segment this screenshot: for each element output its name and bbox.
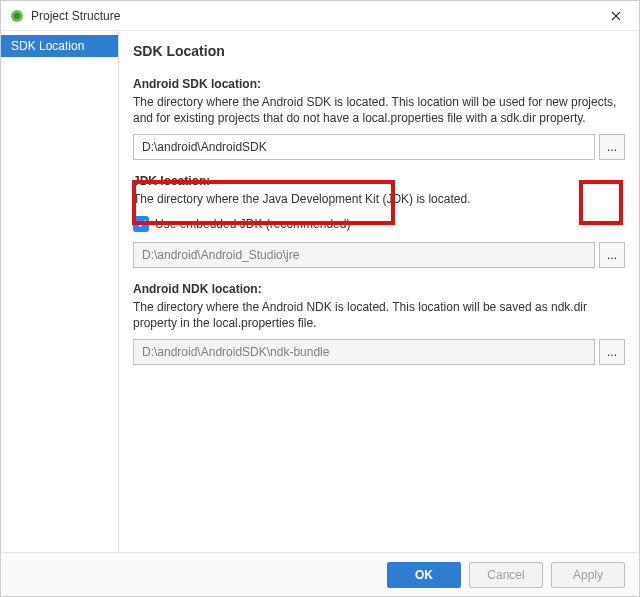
checkbox-checked-icon <box>133 216 149 232</box>
jdk-embedded-checkbox-row[interactable]: Use embedded JDK (recommended) <box>133 216 625 232</box>
jdk-section-title: JDK location: <box>133 174 625 188</box>
sidebar: SDK Location <box>1 31 119 552</box>
sidebar-item-sdk-location[interactable]: SDK Location <box>1 35 118 57</box>
app-icon <box>9 8 25 24</box>
sidebar-item-label: SDK Location <box>11 39 84 53</box>
content-pane: SDK Location Android SDK location: The d… <box>119 31 639 552</box>
ndk-path-row: ... <box>133 339 625 365</box>
jdk-path-row: ... <box>133 242 625 268</box>
sdk-browse-button[interactable]: ... <box>599 134 625 160</box>
dialog-window: Project Structure SDK Location SDK Locat… <box>0 0 640 597</box>
ndk-section-title: Android NDK location: <box>133 282 625 296</box>
ok-button[interactable]: OK <box>387 562 461 588</box>
jdk-path-input <box>133 242 595 268</box>
ndk-browse-button[interactable]: ... <box>599 339 625 365</box>
dialog-body: SDK Location SDK Location Android SDK lo… <box>1 31 639 552</box>
window-title: Project Structure <box>31 9 120 23</box>
sdk-path-input[interactable] <box>133 134 595 160</box>
sdk-section-title: Android SDK location: <box>133 77 625 91</box>
jdk-checkbox-label: Use embedded JDK (recommended) <box>155 217 350 231</box>
close-button[interactable] <box>593 1 639 31</box>
ellipsis-icon: ... <box>607 345 617 359</box>
jdk-section-desc: The directory where the Java Development… <box>133 191 625 207</box>
apply-button[interactable]: Apply <box>551 562 625 588</box>
svg-point-1 <box>14 12 20 18</box>
ellipsis-icon: ... <box>607 248 617 262</box>
sdk-path-row: ... <box>133 134 625 160</box>
ndk-path-input <box>133 339 595 365</box>
sdk-section-desc: The directory where the Android SDK is l… <box>133 94 625 126</box>
page-heading: SDK Location <box>133 43 625 59</box>
jdk-browse-button[interactable]: ... <box>599 242 625 268</box>
button-bar: OK Cancel Apply <box>1 552 639 596</box>
ellipsis-icon: ... <box>607 140 617 154</box>
cancel-button[interactable]: Cancel <box>469 562 543 588</box>
title-bar: Project Structure <box>1 1 639 31</box>
ndk-section-desc: The directory where the Android NDK is l… <box>133 299 625 331</box>
